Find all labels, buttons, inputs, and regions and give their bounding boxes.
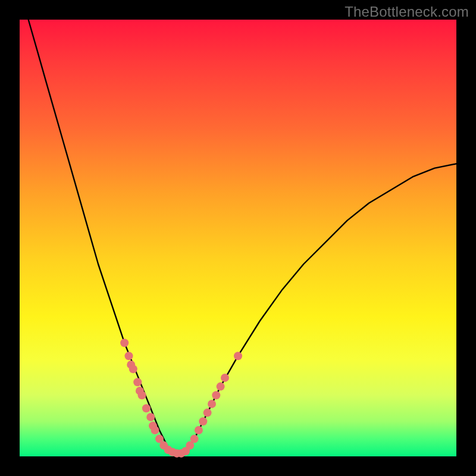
highlight-dot <box>212 391 220 399</box>
chart-svg <box>20 20 456 456</box>
highlight-dots <box>120 339 242 458</box>
highlight-dot <box>234 352 242 360</box>
highlight-dot <box>199 417 207 425</box>
bottleneck-curve <box>29 20 456 454</box>
highlight-dot <box>133 378 142 386</box>
highlight-dot <box>151 426 159 434</box>
highlight-dot <box>195 426 203 434</box>
highlight-dot <box>146 413 155 421</box>
plot-area <box>20 20 456 456</box>
watermark-text: TheBottleneck.com <box>345 4 469 20</box>
highlight-dot <box>129 365 137 373</box>
highlight-dot <box>142 404 151 412</box>
highlight-dot <box>125 352 133 360</box>
highlight-dot <box>190 435 199 443</box>
highlight-dot <box>221 374 229 382</box>
highlight-dot <box>208 400 216 408</box>
highlight-dot <box>217 383 225 391</box>
highlight-dot <box>120 339 129 347</box>
chart-frame: TheBottleneck.com <box>0 0 476 476</box>
highlight-dot <box>138 391 146 399</box>
highlight-dot <box>203 409 212 417</box>
